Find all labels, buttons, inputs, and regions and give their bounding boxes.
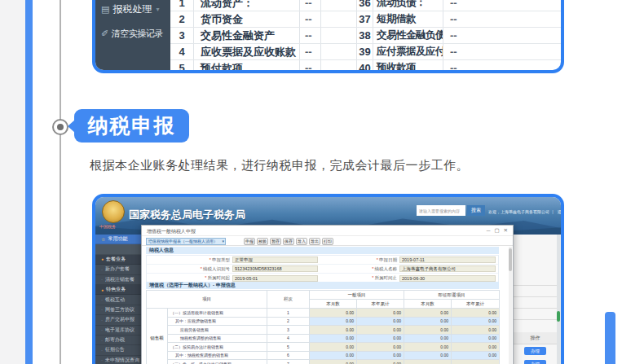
declare-button[interactable]: 申报 <box>244 238 255 245</box>
floating-side-widget[interactable] <box>605 312 615 364</box>
accounting-sidebar: ▤ 报税处理 ▾ ✐ 清空实操记录 <box>95 0 170 70</box>
item-value: -- <box>443 0 561 11</box>
handle-button[interactable]: 办理 <box>524 360 546 364</box>
value-cell[interactable]: 0.00 <box>452 343 500 352</box>
value-cell[interactable]: 0.00 <box>452 326 500 335</box>
page-gutter <box>0 0 25 364</box>
maximize-icon[interactable]: ▢ <box>494 227 499 234</box>
item-name: 交易性金融资产 <box>194 28 300 43</box>
modal-toolbar: 增值税纳税申报表（一般纳税人适用） ▾ 申报 校验 暂存 保存 导入 导出 打印 <box>142 236 513 246</box>
value-cell[interactable]: 0.00 <box>357 343 404 352</box>
search-button[interactable]: 搜索 <box>467 205 485 216</box>
value-cell[interactable]: 0.00 <box>452 334 500 343</box>
period-end-field[interactable]: 2019-06-30 <box>399 275 496 282</box>
value-cell[interactable]: 0.00 <box>404 334 452 343</box>
sidebar-item-label: 网签三方协议 <box>105 306 135 314</box>
value-cell[interactable]: 0.00 <box>357 326 404 335</box>
sidebar-item-clear-records[interactable]: ✐ 清空实操记录 <box>95 24 170 42</box>
row-number: 36 <box>357 0 373 11</box>
line-number: 5 <box>267 343 310 352</box>
value-cell[interactable]: 0.00 <box>452 351 500 360</box>
sidebar-item-label: 银税互动 <box>105 296 125 304</box>
value-cell[interactable]: 0.00 <box>357 317 404 326</box>
value-cell[interactable]: 0.00 <box>404 343 452 352</box>
table-row: 1 流动资产： -- 36 流动负债： -- <box>170 0 561 11</box>
spacer-cell <box>321 44 357 59</box>
value-cell[interactable]: 0.00 <box>310 309 357 318</box>
declare-date-field[interactable]: 2019-07-11 <box>399 257 496 263</box>
row-divider <box>514 285 557 286</box>
table-row: （二）按简易办法计税销售额 5 0.00 0.00 0.00 0.00 <box>147 343 500 352</box>
value-cell[interactable]: 0.00 <box>310 360 357 364</box>
minimize-icon[interactable]: ─ <box>487 227 491 234</box>
spacer-cell <box>321 60 357 73</box>
value-cell[interactable]: 0.00 <box>357 309 404 318</box>
operation-column-header: 操作 <box>514 332 557 344</box>
bullet-icon: · <box>101 348 103 353</box>
sidebar-item-label: 清税注销套餐 <box>105 276 135 283</box>
value-cell[interactable]: 0.00 <box>404 326 452 335</box>
required-marker: * <box>372 266 373 271</box>
page-scrollbar-thumb[interactable] <box>557 311 560 322</box>
import-button[interactable]: 导入 <box>296 238 307 245</box>
modal-scrollbar-thumb[interactable] <box>509 248 512 271</box>
handle-button[interactable]: 办理 <box>524 347 546 355</box>
balance-sheet-table: 1 流动资产： -- 36 流动负债： -- 2 货币资金 -- 37 短期借款… <box>170 0 561 73</box>
item-name: 短期借款 <box>373 11 443 27</box>
value-cell[interactable]: 0.00 <box>357 334 404 343</box>
tutorial-page: ▤ 报税处理 ▾ ✐ 清空实操记录 1 流动资产： -- 36 流动负债： --… <box>0 0 644 364</box>
required-marker: * <box>205 275 206 280</box>
field-label: *申报日期 <box>318 257 399 263</box>
value-cell[interactable]: 0.00 <box>310 334 357 343</box>
window-controls: ─ ▢ ✕ <box>487 227 508 234</box>
value-cell[interactable]: 0.00 <box>404 317 452 326</box>
modal-titlebar: 增值税一般纳税人申报 ─ ▢ ✕ <box>142 226 513 236</box>
value-cell[interactable]: -- <box>452 360 500 364</box>
value-cell[interactable]: 0.00 <box>357 351 404 360</box>
sidebar-section-label: 特色业务 <box>106 286 126 293</box>
value-cell[interactable]: 0.00 <box>310 343 357 352</box>
table-header-row: 项目 栏次 一般项目 即征即退项目 <box>147 291 500 300</box>
table-row: 2 货币资金 -- 37 短期借款 -- <box>170 11 561 27</box>
sidebar-section-label: 套餐业务 <box>106 256 126 263</box>
vat-item: （二）按简易办法计税销售额 <box>168 343 267 352</box>
site-title: 国家税务总局电子税务局 <box>129 208 245 222</box>
declare-type-field[interactable]: 正常申报 <box>232 257 318 263</box>
column-header-month: 本月数 <box>310 300 357 309</box>
value-cell[interactable]: 0.00 <box>404 309 452 318</box>
column-header-ytd: 本年累计 <box>452 300 500 309</box>
print-button[interactable]: 打印 <box>322 238 333 245</box>
value-cell[interactable]: 0.00 <box>310 326 357 335</box>
sidebar-item-tax-processing[interactable]: ▤ 报税处理 ▾ <box>95 0 170 18</box>
accounting-software-screenshot: ▤ 报税处理 ▾ ✐ 清空实操记录 1 流动资产： -- 36 流动负债： --… <box>92 0 564 73</box>
etax-website-screenshot: 中国税务 国家税务总局电子税务局 搜索 欢迎，上海蒂鑫电子商务有限公司 ｜ 退出… <box>92 194 564 364</box>
table-row: 5 预付款项 -- 40 预收款项 -- <box>170 59 561 73</box>
value-cell[interactable]: 0.00 <box>357 360 404 364</box>
taxpayer-name-field[interactable]: 上海蒂鑫电子商务有限公司 <box>399 265 496 272</box>
item-value: -- <box>300 11 321 27</box>
value-cell[interactable]: 0.00 <box>452 317 500 326</box>
stash-button[interactable]: 暂存 <box>270 238 281 245</box>
value-cell[interactable]: -- <box>404 360 452 364</box>
value-cell[interactable]: 0.00 <box>452 309 500 318</box>
form-type-select[interactable]: 增值税纳税申报表（一般纳税人适用） ▾ <box>146 238 226 245</box>
logout-link[interactable]: 退出 <box>558 209 561 214</box>
taxpayer-id-field[interactable]: 91234230MD58323168 <box>232 265 318 272</box>
value-cell[interactable]: 0.00 <box>310 317 357 326</box>
value-cell[interactable]: 0.00 <box>404 351 452 360</box>
row-number: 4 <box>170 44 194 59</box>
eraser-icon: ✐ <box>101 29 108 39</box>
page-scrollbar[interactable] <box>557 235 560 364</box>
vat-item: 其中：纳税检查调整的销售额 <box>168 351 267 360</box>
required-marker: * <box>201 266 202 271</box>
row-number: 40 <box>357 60 373 73</box>
close-icon[interactable]: ✕ <box>504 227 508 234</box>
save-button[interactable]: 保存 <box>283 238 294 245</box>
period-start-field[interactable]: 2019-05-01 <box>232 275 318 282</box>
export-button[interactable]: 导出 <box>309 238 320 245</box>
value-cell[interactable]: 0.00 <box>310 351 357 360</box>
search-input[interactable] <box>417 205 465 216</box>
validate-button[interactable]: 校验 <box>257 238 268 245</box>
modal-scrollbar[interactable] <box>509 247 512 364</box>
spacer-cell <box>321 28 357 43</box>
